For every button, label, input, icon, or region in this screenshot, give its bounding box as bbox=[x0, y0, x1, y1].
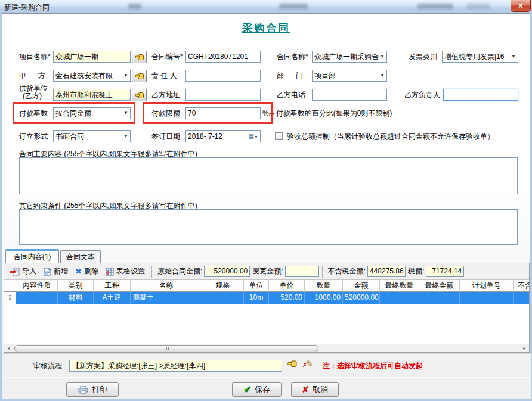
approval-flow-input[interactable]: 【新方案】采购经理:[张三]->总经理:[李四] bbox=[69, 360, 282, 372]
party-b-phone-label: 乙方电话 bbox=[277, 89, 305, 101]
calendar-icon[interactable]: ▦▼ bbox=[249, 131, 258, 142]
dialog-new-purchase-contract: 新建-采购合同 X 采购合同 项目名称* 众城广场一期 合同编号* CGHT20… bbox=[0, 0, 532, 401]
save-button[interactable]: ✔ 保存 bbox=[232, 382, 282, 397]
window-title: 新建-采购合同 bbox=[4, 2, 50, 13]
flow-edit-button[interactable]: ✗✎ bbox=[302, 359, 313, 369]
cell[interactable] bbox=[16, 292, 58, 304]
supplier-input[interactable]: 泰州市顺利混凝土 bbox=[53, 89, 131, 101]
print-label: 打印 bbox=[92, 384, 107, 395]
page-title: 采购合同 bbox=[2, 21, 530, 35]
party-a-label: 甲 方 bbox=[19, 70, 45, 82]
party-a-picker-button[interactable] bbox=[132, 70, 147, 82]
change-amount-input[interactable] bbox=[285, 266, 319, 277]
col-header[interactable]: 最终金额 bbox=[419, 280, 460, 292]
toolbar-separator bbox=[322, 266, 323, 278]
print-button[interactable]: 打印 bbox=[66, 382, 119, 397]
chevron-down-icon: ▼ bbox=[123, 70, 128, 81]
col-header[interactable]: 数量 bbox=[305, 280, 343, 292]
sign-date-input[interactable]: 2018- 7-12▦▼ bbox=[185, 130, 261, 142]
party-b-contact-input[interactable] bbox=[443, 89, 518, 101]
cell[interactable]: 520000.00 bbox=[343, 292, 380, 304]
tab-contract-text[interactable]: 合同文本 bbox=[60, 250, 101, 263]
row-marker: I bbox=[4, 292, 16, 304]
col-header[interactable]: 工种 bbox=[94, 280, 131, 292]
party-a-select[interactable]: 金石建筑安装有限▼ bbox=[53, 70, 131, 82]
col-header[interactable]: 名称 bbox=[131, 280, 202, 292]
cell[interactable] bbox=[514, 292, 529, 304]
cell[interactable] bbox=[380, 292, 419, 304]
manager-input[interactable] bbox=[185, 70, 261, 82]
col-header[interactable]: 计划单号 bbox=[460, 280, 514, 292]
project-name-input[interactable]: 众城广场一期 bbox=[53, 51, 131, 63]
col-header[interactable]: 单价 bbox=[269, 280, 305, 292]
scroll-left-button[interactable]: ◄ bbox=[4, 344, 13, 353]
import-button[interactable]: 导入 bbox=[7, 265, 40, 278]
cell[interactable]: 10m bbox=[244, 292, 269, 304]
department-value: 项目部 bbox=[314, 70, 336, 81]
hand-pointer-icon bbox=[135, 92, 144, 99]
contract-name-select[interactable]: 众城广场一期采购合▼ bbox=[312, 51, 387, 63]
col-header[interactable]: 内容性质 bbox=[16, 280, 58, 292]
scrollbar-thumb[interactable] bbox=[14, 345, 318, 352]
cell[interactable] bbox=[419, 292, 460, 304]
scrollbar-track[interactable] bbox=[13, 344, 520, 353]
scroll-right-button[interactable]: ► bbox=[520, 344, 529, 353]
project-picker-button[interactable] bbox=[132, 51, 147, 63]
approval-flow-label: 审核流程 bbox=[33, 360, 62, 372]
tab-contract-content[interactable]: 合同内容(1) bbox=[5, 249, 59, 263]
title-bar: 新建-采购合同 X bbox=[0, 0, 532, 13]
tax-amount-label: 税额: bbox=[408, 266, 424, 276]
party-b-address-input[interactable] bbox=[185, 89, 261, 101]
cell[interactable]: 混凝土 bbox=[131, 292, 202, 304]
invoice-type-select[interactable]: 增值税专用发票|16▼ bbox=[442, 51, 518, 63]
chevron-down-icon: ▼ bbox=[511, 51, 516, 62]
cell[interactable]: 1000.00 bbox=[305, 292, 343, 304]
grid-settings-button[interactable]: 表格设置 bbox=[102, 265, 149, 278]
other-terms-textarea[interactable] bbox=[19, 209, 518, 245]
col-header[interactable]: 类别 bbox=[58, 280, 94, 292]
ghost-text bbox=[279, 4, 308, 9]
delete-row-button[interactable]: ✖ 删除 bbox=[72, 265, 102, 278]
toolbar-separator bbox=[151, 266, 152, 278]
party-b-phone-input[interactable] bbox=[312, 89, 387, 101]
col-header[interactable]: 不含 bbox=[514, 280, 529, 292]
contract-no-input[interactable]: CGHT2018071201 bbox=[185, 51, 261, 63]
col-header[interactable]: 单位 bbox=[244, 280, 269, 292]
tax-amount-input[interactable]: 71724.14 bbox=[426, 266, 464, 277]
col-header[interactable]: 最终数量 bbox=[380, 280, 419, 292]
cancel-button[interactable]: ✘ 取消 bbox=[291, 382, 339, 397]
cancel-label: 取消 bbox=[313, 384, 328, 395]
add-row-button[interactable]: 新增 bbox=[40, 265, 72, 278]
payment-base-select[interactable]: 按合同金额▼ bbox=[53, 107, 131, 119]
payment-limit-hint: %占付款基数的百分比(如果为0则不限制) bbox=[262, 107, 392, 119]
form-type-value: 书面合同 bbox=[55, 131, 84, 142]
form-type-label: 订立形式 bbox=[19, 130, 48, 142]
payment-base-label: 付款基数 bbox=[19, 107, 48, 119]
supplier-picker-button[interactable] bbox=[132, 89, 147, 101]
untaxed-amount-input[interactable]: 448275.86 bbox=[367, 266, 406, 277]
original-amount-input[interactable]: 520000.00 bbox=[204, 266, 250, 277]
flow-note: 注：选择审核流程后可自动发起 bbox=[323, 360, 423, 372]
supplier-label-line2: (乙方) bbox=[23, 92, 42, 100]
grid-row-selected[interactable]: I 材料 A土建 混凝土 10m 520.00 1000.00 520000.0… bbox=[4, 292, 529, 304]
cell[interactable]: A土建 bbox=[94, 292, 131, 304]
cell[interactable] bbox=[460, 292, 514, 304]
col-header[interactable]: 金额 bbox=[343, 280, 380, 292]
col-header[interactable]: 规格 bbox=[202, 280, 244, 292]
hand-pointer-icon bbox=[135, 54, 144, 61]
cell[interactable] bbox=[202, 292, 244, 304]
department-select[interactable]: 项目部▼ bbox=[312, 70, 387, 82]
import-label: 导入 bbox=[22, 266, 36, 276]
sign-date-label: 签订日期 bbox=[151, 130, 180, 142]
cancel-x-icon: ✘ bbox=[302, 384, 310, 395]
main-content-textarea[interactable] bbox=[19, 157, 518, 194]
form-type-select[interactable]: 书面合同▼ bbox=[53, 130, 131, 142]
contract-name-label: 合同名称* bbox=[277, 51, 308, 63]
acceptance-checkbox[interactable] bbox=[275, 132, 283, 140]
close-button[interactable]: X bbox=[511, 0, 531, 12]
payment-limit-input[interactable]: 70 bbox=[185, 107, 261, 119]
cell[interactable]: 材料 bbox=[58, 292, 94, 304]
original-amount-label: 原始合同金额: bbox=[157, 266, 202, 276]
flow-picker-button[interactable] bbox=[287, 360, 297, 369]
cell[interactable]: 520.00 bbox=[269, 292, 305, 304]
